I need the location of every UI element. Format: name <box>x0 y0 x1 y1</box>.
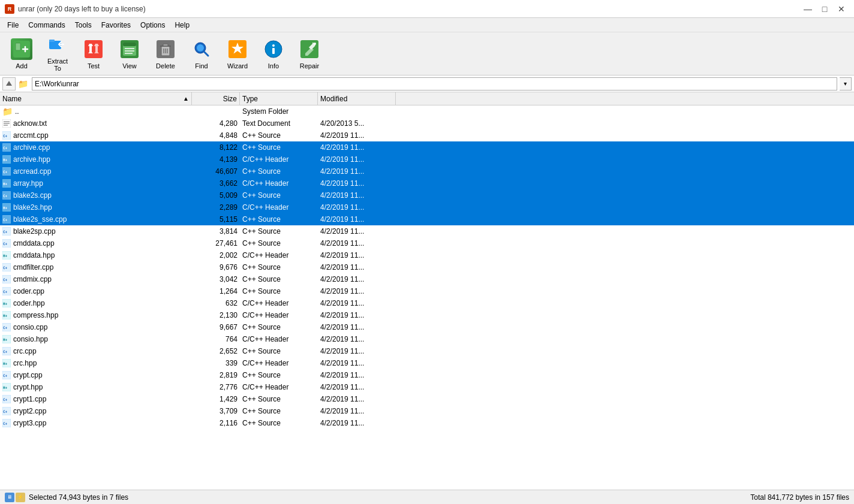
filelist-scroll[interactable]: 📁 .. System Folder acknow.txt 4,280 Text… <box>0 105 854 490</box>
cpp-icon: C+ <box>2 167 11 176</box>
table-row[interactable]: C+ cmdfilter.cpp 9,676 C++ Source 4/2/20… <box>0 261 854 273</box>
menu-favorites[interactable]: Favorites <box>97 20 136 31</box>
svg-text:H+: H+ <box>3 301 8 306</box>
up-button[interactable] <box>2 77 16 90</box>
table-row[interactable]: H+ cmddata.hpp 2,002 C/C++ Header 4/2/20… <box>0 249 854 261</box>
table-row[interactable]: C+ crypt2.cpp 3,709 C++ Source 4/2/2019 … <box>0 405 854 417</box>
table-row[interactable]: C+ crypt3.cpp 2,116 C++ Source 4/2/2019 … <box>0 417 854 429</box>
table-row[interactable]: H+ coder.hpp 632 C/C++ Header 4/2/2019 1… <box>0 297 854 309</box>
table-row[interactable]: C+ cmdmix.cpp 3,042 C++ Source 4/2/2019 … <box>0 273 854 285</box>
menu-help[interactable]: Help <box>170 20 194 31</box>
table-row[interactable]: C+ archive.cpp 8,122 C++ Source 4/2/2019… <box>0 141 854 153</box>
table-row[interactable]: 📁 .. System Folder <box>0 105 854 117</box>
close-button[interactable]: ✕ <box>834 3 849 15</box>
col-header-size[interactable]: Size <box>192 92 240 105</box>
file-size-cell: 5,009 <box>192 191 240 200</box>
delete-icon <box>155 38 176 60</box>
table-row[interactable]: C+ consio.cpp 9,667 C++ Source 4/2/2019 … <box>0 321 854 333</box>
file-name-cell: 📁 .. <box>0 107 192 116</box>
table-row[interactable]: C+ coder.cpp 1,264 C++ Source 4/2/2019 1… <box>0 285 854 297</box>
hpp-icon: H+ <box>2 359 11 367</box>
view-button[interactable]: View <box>113 35 146 73</box>
add-button[interactable]: Add <box>5 35 38 73</box>
file-size-cell: 764 <box>192 335 240 343</box>
hpp-icon: H+ <box>2 311 11 319</box>
info-button[interactable]: Info <box>257 35 290 73</box>
wizard-label: Wizard <box>227 62 248 70</box>
hpp-icon: H+ <box>2 335 11 343</box>
cpp-icon: C+ <box>2 347 11 355</box>
table-row[interactable]: acknow.txt 4,280 Text Document 4/20/2013… <box>0 117 854 129</box>
menu-commands[interactable]: Commands <box>23 20 70 31</box>
table-row[interactable]: C+ crypt.cpp 2,819 C++ Source 4/2/2019 1… <box>0 369 854 381</box>
cpp-icon: C+ <box>2 275 11 283</box>
table-row[interactable]: H+ archive.hpp 4,139 C/C++ Header 4/2/20… <box>0 153 854 165</box>
test-button[interactable]: Test <box>77 35 110 73</box>
delete-button[interactable]: Delete <box>149 35 182 73</box>
file-type-cell: C/C++ Header <box>240 335 318 343</box>
table-row[interactable]: C+ arccmt.cpp 4,848 C++ Source 4/2/2019 … <box>0 129 854 141</box>
col-header-modified[interactable]: Modified <box>318 92 396 105</box>
delete-label: Delete <box>156 62 175 70</box>
minimize-button[interactable]: — <box>800 3 816 15</box>
file-name-cell: C+ blake2s_sse.cpp <box>0 215 192 224</box>
table-row[interactable]: C+ crc.cpp 2,652 C++ Source 4/2/2019 11.… <box>0 345 854 357</box>
titlebar: R unrar (only 20 days left to buy a lice… <box>0 0 854 18</box>
file-name: crypt3.cpp <box>13 419 46 427</box>
menu-options[interactable]: Options <box>136 20 170 31</box>
file-modified-cell: 4/2/2019 11... <box>318 287 396 295</box>
address-input[interactable] <box>32 77 837 90</box>
file-name-cell: C+ crypt1.cpp <box>0 395 192 403</box>
svg-rect-4 <box>49 40 55 42</box>
wizard-button[interactable]: Wizard <box>221 35 254 73</box>
find-button[interactable]: Find <box>185 35 218 73</box>
table-row[interactable]: H+ crypt.hpp 2,776 C/C++ Header 4/2/2019… <box>0 381 854 393</box>
table-row[interactable]: C+ cmddata.cpp 27,461 C++ Source 4/2/201… <box>0 237 854 249</box>
col-header-name[interactable]: Name ▲ <box>0 92 192 105</box>
hpp-icon: H+ <box>2 251 11 259</box>
file-name-cell: H+ blake2s.hpp <box>0 203 192 212</box>
cpp-icon: C+ <box>2 371 11 379</box>
svg-text:H+: H+ <box>3 158 8 162</box>
file-size-cell: 8,122 <box>192 143 240 152</box>
folder-icon: 📁 <box>18 79 28 89</box>
table-row[interactable]: C+ blake2s_sse.cpp 5,115 C++ Source 4/2/… <box>0 213 854 225</box>
table-row[interactable]: H+ array.hpp 3,662 C/C++ Header 4/2/2019… <box>0 177 854 189</box>
table-row[interactable]: C+ blake2s.cpp 5,009 C++ Source 4/2/2019… <box>0 189 854 201</box>
col-header-type[interactable]: Type <box>240 92 318 105</box>
file-type-cell: C++ Source <box>240 239 318 248</box>
extract-to-button[interactable]: Extract To <box>41 35 74 73</box>
file-type-cell: C/C++ Header <box>240 359 318 367</box>
file-name: crc.hpp <box>13 359 37 367</box>
file-name: compress.hpp <box>13 311 58 319</box>
menu-file[interactable]: File <box>2 20 23 31</box>
table-row[interactable]: H+ crc.hpp 339 C/C++ Header 4/2/2019 11.… <box>0 357 854 369</box>
svg-text:H+: H+ <box>3 385 8 390</box>
table-row[interactable]: H+ compress.hpp 2,130 C/C++ Header 4/2/2… <box>0 309 854 321</box>
cpp-icon: C+ <box>2 287 11 295</box>
file-size-cell: 2,776 <box>192 383 240 391</box>
file-type-cell: C/C++ Header <box>240 203 318 212</box>
table-row[interactable]: C+ blake2sp.cpp 3,814 C++ Source 4/2/201… <box>0 225 854 237</box>
repair-button[interactable]: Repair <box>293 35 326 73</box>
cpp-icon: C+ <box>2 227 11 236</box>
file-name: crypt1.cpp <box>13 395 46 403</box>
svg-text:C+: C+ <box>3 409 8 414</box>
svg-text:C+: C+ <box>3 289 8 294</box>
sort-arrow-name: ▲ <box>183 95 189 102</box>
address-dropdown-button[interactable]: ▾ <box>840 77 852 90</box>
maximize-button[interactable]: □ <box>817 3 832 15</box>
table-row[interactable]: C+ arcread.cpp 46,607 C++ Source 4/2/201… <box>0 165 854 177</box>
file-name: consio.cpp <box>13 323 47 331</box>
table-row[interactable]: H+ blake2s.hpp 2,289 C/C++ Header 4/2/20… <box>0 201 854 213</box>
status-icon-1: 🖥 <box>5 493 14 502</box>
file-name-cell: H+ crypt.hpp <box>0 383 192 391</box>
find-icon <box>191 38 212 60</box>
add-label: Add <box>16 62 28 70</box>
table-row[interactable]: C+ crypt1.cpp 1,429 C++ Source 4/2/2019 … <box>0 393 854 405</box>
file-name: .. <box>15 107 19 116</box>
file-size-cell: 4,848 <box>192 131 240 140</box>
menu-tools[interactable]: Tools <box>70 20 97 31</box>
table-row[interactable]: H+ consio.hpp 764 C/C++ Header 4/2/2019 … <box>0 333 854 345</box>
file-name: crc.cpp <box>13 347 37 355</box>
